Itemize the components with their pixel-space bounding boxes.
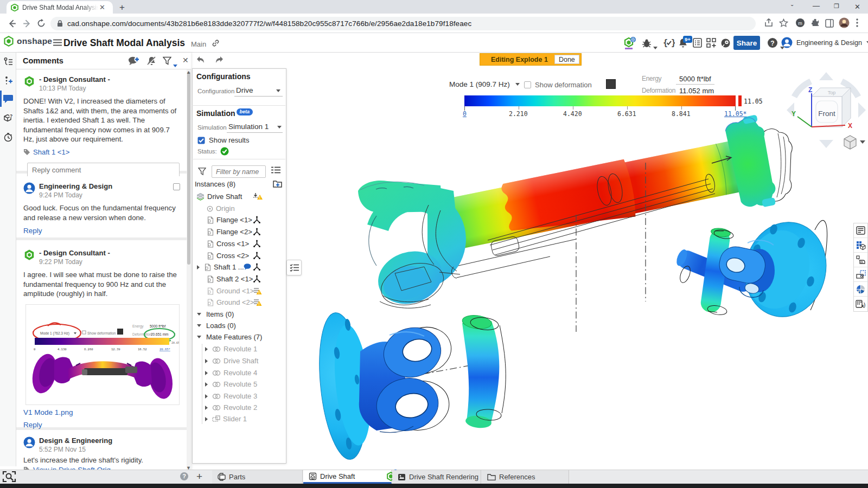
where-used-icon[interactable]: ? (3, 113, 13, 123)
exploded-slip-shaft[interactable] (462, 314, 506, 429)
mate-connector-icon[interactable] (253, 240, 261, 248)
close-comments-icon[interactable]: ✕ (182, 56, 189, 65)
search-tools-icon[interactable] (2, 471, 16, 483)
tree-row-mate[interactable]: Drive Shaft (192, 355, 285, 367)
tree-row-ground[interactable]: Ground <1> ! (192, 285, 285, 297)
window-maximize-icon[interactable]: ❐ (834, 3, 839, 9)
app-store-icon[interactable] (623, 36, 637, 50)
insert-instance-icon[interactable] (273, 179, 283, 188)
notifications-bell-icon[interactable]: 9+ (678, 38, 688, 48)
bookmark-star-icon[interactable] (779, 18, 788, 28)
hamburger-menu-icon[interactable] (53, 39, 62, 46)
learning-center-icon[interactable] (720, 38, 731, 48)
exploded-flange-yoke-right[interactable] (717, 214, 835, 325)
suppressed-warning-icon[interactable]: ! (253, 287, 262, 295)
extension-monogram-icon[interactable]: m (795, 18, 805, 28)
view-cube-front-label[interactable]: Front (818, 110, 835, 118)
tree-section-mate-features[interactable]: Mate Features (7) (192, 331, 285, 343)
lock-icon[interactable] (57, 20, 63, 27)
tree-row-mate[interactable]: Revolute 2 (192, 402, 285, 413)
expand-chevron-icon[interactable] (205, 406, 208, 410)
share-page-icon[interactable] (764, 18, 774, 28)
show-deformation-checkbox[interactable]: Show deformation (524, 81, 592, 89)
tree-row-part[interactable]: Cross <1> (192, 238, 285, 249)
expand-chevron-icon[interactable] (197, 265, 200, 269)
onshape-logo[interactable]: onshape (3, 36, 52, 47)
tree-row-mate[interactable]: Slider 1 (192, 413, 285, 425)
filter-comments-icon[interactable] (163, 56, 171, 65)
comment-bubble-icon[interactable] (244, 264, 251, 270)
in-context-button[interactable] (854, 253, 867, 267)
collapse-chevron-icon[interactable] (197, 313, 201, 316)
tree-row-ground[interactable]: Ground <2> ! (192, 297, 285, 308)
expand-chevron-icon[interactable] (205, 347, 208, 351)
window-chevron-icon[interactable]: ˇ (791, 4, 793, 11)
bug-caret-icon[interactable] (653, 42, 658, 52)
filter-by-name-input[interactable] (212, 165, 266, 178)
appearance-panel-button[interactable] (854, 282, 867, 297)
filter-funnel-icon[interactable] (198, 167, 206, 176)
tree-row-part[interactable]: Flange <1> (192, 214, 285, 226)
resolve-comment-checkbox[interactable] (173, 183, 180, 190)
tab-drive-shaft[interactable]: Drive Shaft (303, 470, 392, 484)
window-close-icon[interactable]: ✕ (854, 3, 860, 10)
scale-max-value[interactable]: 11.05* (724, 110, 747, 118)
mute-notifications-icon[interactable] (146, 56, 157, 66)
bom-table-button[interactable] (854, 223, 867, 238)
filter-caret-icon[interactable] (173, 60, 177, 69)
report-list-icon[interactable] (693, 38, 702, 48)
tree-row-origin[interactable]: Origin (192, 203, 285, 214)
configurations-panel-button[interactable] (854, 238, 867, 253)
collapse-chevron-icon[interactable] (197, 336, 201, 338)
named-positions-button[interactable] (854, 267, 867, 282)
user-menu[interactable]: Engineering & Design (781, 37, 868, 48)
versions-history-icon[interactable] (3, 57, 13, 67)
mate-connector-icon[interactable] (253, 252, 261, 260)
checkbox-unchecked[interactable] (524, 81, 531, 88)
tree-row-assembly[interactable]: Drive Shaft ! (192, 191, 285, 202)
browser-menu-icon[interactable] (856, 18, 858, 27)
undeformed-color-swatch[interactable] (606, 79, 616, 89)
expand-chevron-icon[interactable] (205, 371, 208, 375)
copy-link-icon[interactable] (212, 39, 220, 47)
share-button[interactable]: Share (733, 36, 760, 50)
new-comment-icon[interactable] (128, 56, 140, 66)
reload-icon[interactable] (37, 19, 46, 28)
scroll-up-icon[interactable]: ▲ (186, 69, 191, 75)
browser-tab[interactable]: Drive Shaft Modal Analysis | Driv ✕ (7, 1, 113, 14)
expand-chevron-icon[interactable] (205, 417, 208, 421)
view-options-caret-icon[interactable] (860, 140, 865, 144)
tree-row-mate[interactable]: Revolute 4 (192, 367, 285, 378)
comments-panel-icon[interactable] (3, 94, 14, 104)
tree-row-shaft1[interactable]: Shaft 1 ... (192, 261, 285, 273)
suppressed-warning-icon[interactable]: ! (253, 298, 262, 306)
variables-table-button[interactable]: x) (854, 297, 867, 311)
attachment-filename-link[interactable]: V1 Mode 1.png (16, 405, 187, 416)
forward-icon[interactable] (22, 19, 31, 28)
expand-chevron-icon[interactable] (205, 359, 208, 363)
tree-section-items[interactable]: Items (0) (192, 309, 285, 320)
featurescript-icon[interactable]: {} (663, 38, 675, 48)
tab-drive-shaft-rendering[interactable]: Drive Shaft Rendering (392, 470, 481, 484)
undo-icon[interactable] (195, 55, 206, 65)
result-color-scale[interactable] (464, 95, 736, 106)
list-view-icon[interactable] (271, 166, 280, 175)
mate-connector-icon[interactable] (253, 216, 261, 224)
sidebar-toggle-icon[interactable] (825, 19, 834, 28)
tree-row-part[interactable]: Flange <2> (192, 226, 285, 237)
tab-parts[interactable]: Parts (212, 470, 303, 484)
new-tab-button[interactable]: + (119, 3, 125, 12)
mate-connector-icon[interactable] (253, 228, 261, 236)
tab-references[interactable]: References (482, 470, 569, 484)
window-minimize-icon[interactable]: — (813, 2, 820, 9)
apps-grid-icon[interactable] (706, 38, 716, 48)
simulation-select[interactable]: Simulation 1 (227, 122, 283, 133)
mate-connector-icon[interactable] (253, 275, 261, 283)
tree-row-mate[interactable]: Revolute 1 (192, 343, 285, 355)
configuration-select[interactable]: Drive (234, 86, 283, 97)
insert-element-button[interactable]: + (196, 471, 202, 481)
redo-icon[interactable] (214, 55, 225, 65)
release-management-icon[interactable] (3, 76, 13, 86)
scale-min-value[interactable]: 0 (463, 110, 467, 118)
comment-attachment-image[interactable]: Mode 1 (762.3 Hz) Show deformation Energ… (25, 304, 180, 405)
